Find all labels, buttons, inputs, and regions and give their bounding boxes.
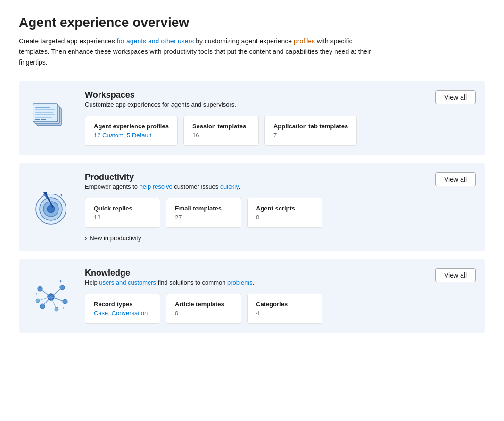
svg-line-28 [40,289,51,297]
card-agent-scripts[interactable]: Agent scripts 0 [247,198,322,228]
page-description: Create targeted app experiences for agen… [19,36,377,67]
new-in-productivity-label: New in productivity [90,235,141,242]
card-title-email-templates: Email templates [175,205,232,212]
card-categories[interactable]: Categories 4 [247,294,322,324]
card-quick-replies[interactable]: Quick replies 13 [85,198,160,228]
svg-rect-5 [35,112,53,113]
svg-text:✦: ✦ [62,201,65,204]
knowledge-body: Knowledge Help users and customers find … [85,268,476,324]
card-value-categories: 4 [256,310,314,317]
card-value-article-templates: 0 [175,310,232,317]
knowledge-section: ✦ ✦ ✦ Knowledge Help users and customers… [19,259,485,333]
card-value-app-tab: 7 [273,132,348,139]
svg-rect-4 [35,109,55,110]
card-title-session: Session templates [192,123,250,130]
svg-rect-9 [41,119,46,120]
desc-link-profiles: profiles [294,37,315,45]
productivity-view-all-button[interactable]: View all [435,172,476,186]
card-agent-experience-profiles[interactable]: Agent experience profiles 12 Custom, 5 D… [85,116,178,146]
knowledge-cards: Record types Case, Conversation Article … [85,294,476,324]
chevron-right-icon: › [85,235,87,242]
productivity-link-quickly: quickly [220,183,239,190]
card-title-quick-replies: Quick replies [94,205,151,212]
page-container: Agent experience overview Create targete… [0,0,504,421]
card-article-templates[interactable]: Article templates 0 [166,294,241,324]
card-title-article-templates: Article templates [175,301,232,308]
workspaces-section: Workspaces Customize app experiences for… [19,81,485,155]
svg-rect-6 [35,114,55,115]
productivity-body: Productivity Empower agents to help reso… [85,172,476,242]
productivity-cards: Quick replies 13 Email templates 27 Agen… [85,198,476,228]
knowledge-link-users: users and customers [99,279,156,286]
card-application-tab-templates[interactable]: Application tab templates 7 [264,116,357,146]
card-value-session: 16 [192,132,250,139]
card-value-quick-replies: 13 [94,214,151,221]
svg-text:✦: ✦ [35,292,38,295]
card-value-agent-scripts: 0 [256,214,314,221]
card-record-types[interactable]: Record types Case, Conversation [85,294,160,324]
svg-text:✦: ✦ [59,279,63,284]
workspaces-subtitle: Customize app experiences for agents and… [85,101,476,108]
card-title-record-types: Record types [94,301,151,308]
card-title-profiles: Agent experience profiles [94,123,169,130]
productivity-subtitle: Empower agents to help resolve customer … [85,183,476,190]
svg-text:✦: ✦ [57,190,59,194]
card-title-agent-scripts: Agent scripts [256,205,314,212]
svg-rect-7 [35,117,52,118]
page-title: Agent experience overview [19,15,485,30]
productivity-link-resolve: help resolve [140,183,173,190]
productivity-title: Productivity [85,172,476,182]
new-in-productivity-link[interactable]: › New in productivity [85,235,476,242]
workspaces-view-all-button[interactable]: View all [435,90,476,104]
knowledge-link-problems: problems [227,279,252,286]
svg-rect-3 [35,107,50,108]
workspaces-title: Workspaces [85,90,476,100]
productivity-icon: ✦ ✦ ✦ [28,188,75,226]
workspaces-icon [28,99,75,137]
card-title-app-tab: Application tab templates [273,123,348,130]
svg-text:✦: ✦ [59,193,63,198]
knowledge-subtitle: Help users and customers find solutions … [85,279,476,286]
card-value-profiles: 12 Custom, 5 Default [94,132,169,139]
card-email-templates[interactable]: Email templates 27 [166,198,241,228]
productivity-section: ✦ ✦ ✦ Productivity Empower agents to hel… [19,163,485,251]
card-value-email-templates: 27 [175,214,232,221]
svg-point-13 [47,205,55,213]
card-session-templates[interactable]: Session templates 16 [183,116,259,146]
knowledge-icon: ✦ ✦ ✦ [28,277,75,315]
knowledge-title: Knowledge [85,268,476,278]
svg-rect-8 [35,119,40,120]
desc-link-for: for agents and other users [117,37,194,45]
svg-text:✦: ✦ [62,306,65,310]
workspaces-body: Workspaces Customize app experiences for… [85,90,476,146]
svg-line-29 [51,287,62,297]
knowledge-view-all-button[interactable]: View all [435,268,476,282]
workspaces-cards: Agent experience profiles 12 Custom, 5 D… [85,116,476,146]
card-value-record-types: Case, Conversation [94,310,151,317]
card-title-categories: Categories [256,301,314,308]
